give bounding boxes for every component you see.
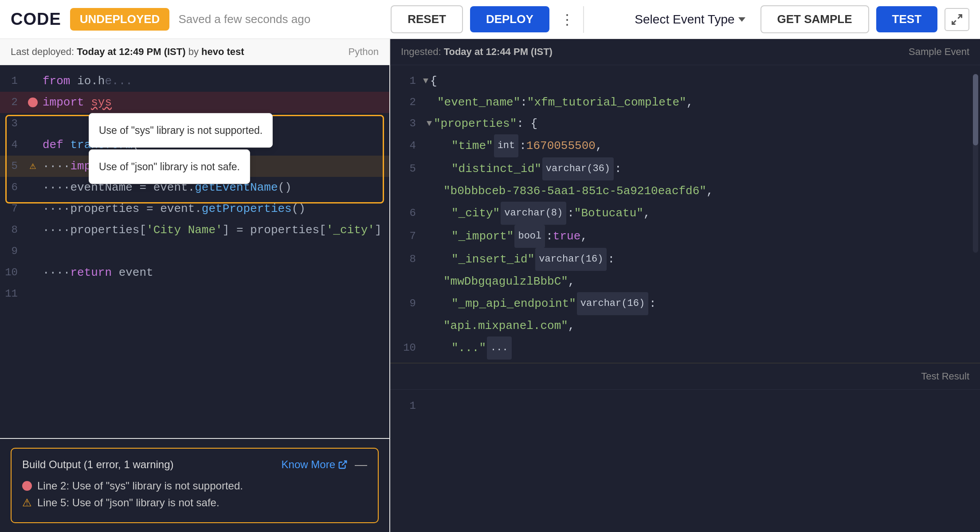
know-more-link[interactable]: Know More xyxy=(282,458,348,471)
json-line-2: 2 "event_name" : "xfm_tutorial_complete"… xyxy=(390,92,980,113)
top-bar-center: RESET DEPLOY ⋮ xyxy=(391,5,578,33)
test-result-label: Test Result xyxy=(921,371,969,382)
line-content-9 xyxy=(43,241,380,262)
line-content-7: ····properties = event.getProperties() xyxy=(43,198,380,219)
type-badge-varchar16: varchar(16) xyxy=(535,248,607,271)
line-content-8: ····properties['City Name'] = properties… xyxy=(43,219,382,241)
build-output-header: Build Output (1 error, 1 warning) Know M… xyxy=(22,458,367,472)
code-line-11: 11 xyxy=(0,283,389,305)
test-button[interactable]: TEST xyxy=(876,6,937,32)
json-line-3: 3 ▼ "properties" : { xyxy=(390,113,980,134)
build-output-title: Build Output (1 error, 1 warning) xyxy=(22,458,174,471)
type-badge-varchar16-2: varchar(16) xyxy=(577,292,648,315)
right-panel: Ingested: Today at 12:44 PM (IST) Sample… xyxy=(390,39,980,532)
code-line-1: 1 from io.he... xyxy=(0,70,389,92)
sample-event-panel: Ingested: Today at 12:44 PM (IST) Sample… xyxy=(390,39,980,364)
type-badge-bool: bool xyxy=(514,225,545,248)
status-badge: UNDEPLOYED xyxy=(70,8,170,31)
line-number-3: 3 xyxy=(0,113,27,134)
ingested-time: Today at 12:44 PM (IST) xyxy=(444,46,553,57)
last-deployed-text: Last deployed: Today at 12:49 PM (IST) b… xyxy=(11,46,244,58)
json-line-8b: "mwDbgqagulzlBbbC" , xyxy=(390,271,980,292)
json-line-8: 8 "_insert_id" varchar(16) : xyxy=(390,248,980,271)
line-number-1: 1 xyxy=(0,70,27,92)
code-line-7: 7 ····properties = event.getProperties() xyxy=(0,198,389,219)
line-number-8: 8 xyxy=(0,219,27,241)
external-link-icon xyxy=(338,460,348,469)
code-line-9: 9 xyxy=(0,241,389,262)
error-icon xyxy=(28,98,38,107)
tooltip-json-warn: Use of "json" library is not safe. xyxy=(89,149,250,184)
chevron-down-icon xyxy=(738,17,745,22)
json-line-7: 7 "_import" bool : true , xyxy=(390,225,980,248)
type-badge-int: int xyxy=(494,134,519,157)
warning-icon: ⚠ xyxy=(22,497,32,509)
type-badge-varchar8: varchar(8) xyxy=(501,202,566,225)
line-number-6: 6 xyxy=(0,177,27,198)
left-panel: Last deployed: Today at 12:49 PM (IST) b… xyxy=(0,39,390,532)
line-number-4: 4 xyxy=(0,134,27,156)
code-line-2: 2 import sys xyxy=(0,92,389,113)
line-number-7: 7 xyxy=(0,198,27,219)
svg-line-2 xyxy=(342,461,346,466)
main-content: Last deployed: Today at 12:49 PM (IST) b… xyxy=(0,39,980,532)
test-result-line-1: 1 xyxy=(390,395,980,416)
build-actions: Know More — xyxy=(282,458,367,472)
line-number-2: 2 xyxy=(0,92,27,113)
code-editor[interactable]: Use of "sys" library is not supported. U… xyxy=(0,65,389,438)
expand-icon xyxy=(951,13,963,26)
ingested-text: Ingested: Today at 12:44 PM (IST) xyxy=(401,46,553,58)
code-line-8: 8 ····properties['City Name'] = properti… xyxy=(0,219,389,241)
json-viewer[interactable]: 1 ▼ { 2 "event_name" : "xfm_tutorial_com… xyxy=(390,65,980,363)
language-label: Python xyxy=(349,46,379,58)
test-result-header: Test Result xyxy=(390,364,980,390)
scrollbar[interactable] xyxy=(973,74,978,253)
build-output-section: Build Output (1 error, 1 warning) Know M… xyxy=(0,438,389,532)
sample-event-meta: Ingested: Today at 12:44 PM (IST) Sample… xyxy=(390,39,980,65)
scrollbar-thumb xyxy=(973,74,978,145)
line-number-9: 9 xyxy=(0,241,27,262)
reset-button[interactable]: RESET xyxy=(391,5,463,33)
deployed-user: hevo test xyxy=(201,46,244,57)
divider xyxy=(583,6,584,33)
test-result-panel: Test Result 1 xyxy=(390,364,980,532)
test-result-line-number: 1 xyxy=(399,400,423,412)
json-line-9: 9 "_mp_api_endpoint" varchar(16) : xyxy=(390,292,980,315)
json-line-9b: "api.mixpanel.com" , xyxy=(390,315,980,336)
deploy-button[interactable]: DEPLOY xyxy=(470,6,549,32)
code-line-10: 10 ····return event xyxy=(0,262,389,283)
json-line-1: 1 ▼ { xyxy=(390,70,980,92)
error-icon xyxy=(22,481,32,491)
json-line-5b: "b0bbbceb-7836-5aa1-851c-5a9210eacfd6" , xyxy=(390,180,980,202)
expand-button[interactable] xyxy=(945,8,969,31)
line-number-5: 5 xyxy=(0,156,27,177)
saved-text: Saved a few seconds ago xyxy=(178,12,310,26)
deployed-time: Today at 12:49 PM (IST) xyxy=(77,46,185,57)
build-output-panel: Build Output (1 error, 1 warning) Know M… xyxy=(11,448,379,523)
type-badge-more: ... xyxy=(487,336,512,360)
top-bar-right: Select Event Type GET SAMPLE TEST xyxy=(589,5,969,33)
left-panel-meta: Last deployed: Today at 12:49 PM (IST) b… xyxy=(0,39,389,65)
more-options-button[interactable]: ⋮ xyxy=(557,11,578,28)
collapse-build-button[interactable]: — xyxy=(355,458,367,472)
json-line-6: 6 "_city" varchar(8) : "Botucatu" , xyxy=(390,202,980,225)
line-content-11 xyxy=(43,283,380,305)
build-error-item: Line 2: Use of "sys" library is not supp… xyxy=(22,480,367,492)
get-sample-button[interactable]: GET SAMPLE xyxy=(760,5,869,33)
top-bar-left: CODE UNDEPLOYED Saved a few seconds ago xyxy=(11,8,391,31)
type-badge-varchar36: varchar(36) xyxy=(542,157,614,180)
line-content-1: from io.he... xyxy=(43,70,380,92)
build-warn-item: ⚠ Line 5: Use of "json" library is not s… xyxy=(22,497,367,509)
json-line-5: 5 "distinct_id" varchar(36) : xyxy=(390,157,980,180)
top-bar: CODE UNDEPLOYED Saved a few seconds ago … xyxy=(0,0,980,39)
json-line-4: 4 "time" int : 1670055500 , xyxy=(390,134,980,157)
line-content-10: ····return event xyxy=(43,262,380,283)
line-number-10: 10 xyxy=(0,262,27,283)
code-label: CODE xyxy=(11,10,61,29)
sample-event-label: Sample Event xyxy=(909,46,969,58)
select-event-type-label: Select Event Type xyxy=(635,12,734,27)
tooltip-sys-error: Use of "sys" library is not supported. xyxy=(89,113,273,148)
select-event-type-dropdown[interactable]: Select Event Type xyxy=(627,8,753,31)
test-result-body: 1 xyxy=(390,390,980,532)
line-content-2: import sys xyxy=(43,92,380,113)
